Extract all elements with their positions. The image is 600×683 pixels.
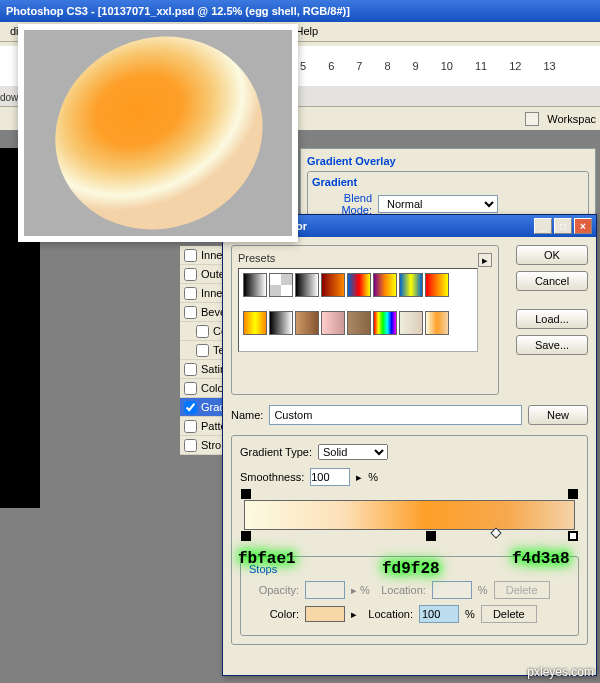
stop-color-label: Color: — [249, 608, 299, 620]
egg-shape — [26, 30, 292, 236]
save-button[interactable]: Save... — [516, 335, 588, 355]
gradient-editor-window: Gradient Editor _ □ × OK Cancel Load... … — [222, 214, 597, 676]
annotation-color-1: fbfae1 — [238, 550, 296, 568]
ruler-mark: 13 — [543, 60, 555, 72]
ruler-mark: 7 — [356, 60, 362, 72]
stop-location1-label: Location: — [376, 584, 426, 596]
ruler-mark: 6 — [328, 60, 334, 72]
preset-swatch[interactable] — [373, 273, 397, 297]
style-check[interactable] — [184, 287, 197, 300]
delete-opacity-stop-button: Delete — [494, 581, 550, 599]
smoothness-menu-icon[interactable]: ▸ — [356, 471, 362, 484]
smoothness-input[interactable] — [310, 468, 350, 486]
ruler-mark: 9 — [413, 60, 419, 72]
color-menu-icon[interactable]: ▸ — [351, 608, 357, 621]
load-button[interactable]: Load... — [516, 309, 588, 329]
new-button[interactable]: New — [528, 405, 588, 425]
smoothness-unit: % — [368, 471, 378, 483]
gradient-type-label: Gradient Type: — [240, 446, 312, 458]
opacity-stop-left[interactable] — [241, 489, 251, 499]
opacity-stop-right[interactable] — [568, 489, 578, 499]
stop-location2-label: Location: — [363, 608, 413, 620]
app-titlebar: Photoshop CS3 - [10137071_xxl.psd @ 12.5… — [0, 0, 600, 22]
pct: % — [465, 608, 475, 620]
preset-swatch[interactable] — [399, 311, 423, 335]
minimize-icon[interactable]: _ — [534, 218, 552, 234]
preset-swatch[interactable] — [347, 273, 371, 297]
go-subtitle: Gradient — [312, 176, 584, 188]
smoothness-label: Smoothness: — [240, 471, 304, 483]
preset-swatch[interactable] — [243, 273, 267, 297]
annotation-color-2: fd9f28 — [382, 560, 440, 578]
preset-swatch[interactable] — [269, 311, 293, 335]
presets-menu-icon[interactable]: ▸ — [478, 253, 492, 267]
style-check[interactable] — [184, 401, 197, 414]
color-stop-3[interactable] — [568, 531, 578, 541]
document-preview — [18, 24, 298, 242]
workspace-icon[interactable] — [525, 112, 539, 126]
cancel-button[interactable]: Cancel — [516, 271, 588, 291]
preset-swatch[interactable] — [243, 311, 267, 335]
preset-swatch[interactable] — [295, 311, 319, 335]
style-check[interactable] — [184, 249, 197, 262]
gradient-type-select[interactable]: Solid — [318, 444, 388, 460]
close-icon[interactable]: × — [574, 218, 592, 234]
ruler-mark: 12 — [509, 60, 521, 72]
ruler-mark: 8 — [384, 60, 390, 72]
ruler-mark: 10 — [441, 60, 453, 72]
ruler-mark: 5 — [300, 60, 306, 72]
ruler-mark: 11 — [475, 60, 487, 72]
preset-swatch[interactable] — [373, 311, 397, 335]
shadow-label: dow — [0, 92, 18, 103]
style-check[interactable] — [184, 306, 197, 319]
name-label: Name: — [231, 409, 263, 421]
stop-location1-input — [432, 581, 472, 599]
presets-box: Presets ▸ — [231, 245, 499, 395]
preset-swatch[interactable] — [425, 273, 449, 297]
stop-location2-input[interactable] — [419, 605, 459, 623]
preset-swatch-grid — [238, 268, 478, 352]
preset-swatch[interactable] — [321, 273, 345, 297]
stop-color-swatch[interactable] — [305, 606, 345, 622]
preset-swatch[interactable] — [347, 311, 371, 335]
preset-swatch[interactable] — [425, 311, 449, 335]
style-check[interactable] — [184, 420, 197, 433]
midpoint-icon[interactable] — [490, 527, 501, 538]
delete-color-stop-button[interactable]: Delete — [481, 605, 537, 623]
gradient-panel: Gradient Type: Solid Smoothness: ▸ % fbf… — [231, 435, 588, 645]
style-check[interactable] — [184, 382, 197, 395]
style-check[interactable] — [184, 363, 197, 376]
workspace-label[interactable]: Workspac — [547, 113, 596, 125]
stop-opacity-input — [305, 581, 345, 599]
style-check[interactable] — [184, 439, 197, 452]
presets-label: Presets — [238, 252, 275, 264]
go-blendmode-select[interactable]: Normal — [378, 195, 498, 213]
pct: % — [478, 584, 488, 596]
preset-swatch[interactable] — [321, 311, 345, 335]
preset-swatch[interactable] — [295, 273, 319, 297]
gradient-bar[interactable] — [244, 500, 575, 530]
name-input[interactable] — [269, 405, 522, 425]
pct: ▸ % — [351, 584, 370, 597]
maximize-icon[interactable]: □ — [554, 218, 572, 234]
go-title: Gradient Overlay — [307, 155, 589, 167]
watermark: pxleyes.com — [527, 665, 594, 679]
preset-swatch[interactable] — [399, 273, 423, 297]
preset-swatch[interactable] — [269, 273, 293, 297]
color-stop-2[interactable] — [426, 531, 436, 541]
style-check[interactable] — [196, 344, 209, 357]
style-check[interactable] — [184, 268, 197, 281]
stop-opacity-label: Opacity: — [249, 584, 299, 596]
go-blendmode-label: Blend Mode: — [312, 192, 372, 216]
style-check[interactable] — [196, 325, 209, 338]
color-stop-1[interactable] — [241, 531, 251, 541]
ok-button[interactable]: OK — [516, 245, 588, 265]
annotation-color-3: f4d3a8 — [512, 550, 570, 568]
